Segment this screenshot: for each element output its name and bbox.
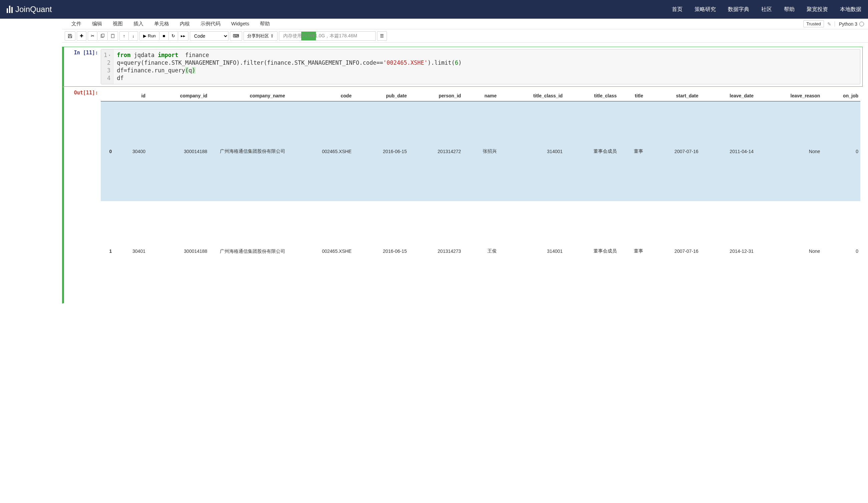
table-header-row: id company_id company_name code pub_date…	[101, 90, 860, 101]
nav-datadict[interactable]: 数据字典	[728, 6, 749, 13]
code-text[interactable]: from jqdata import finance q=query(finan…	[113, 49, 465, 84]
fast-forward-icon[interactable]: ▸▸	[178, 31, 188, 41]
line-gutter: 1▾ 2 3 4	[101, 49, 113, 84]
share-icon: ⇪	[270, 33, 274, 38]
notebook: 文件 编辑 视图 插入 单元格 内核 示例代码 Widgets 帮助 Trust…	[0, 19, 868, 308]
menu-widgets[interactable]: Widgets	[226, 19, 255, 28]
toolbar: ✚ ✂ ↑ ↓ ▶Run ■ ↻ ▸▸ Code ⌨ 分享到社区⇪ 内存使用 2…	[62, 29, 868, 43]
kernel-indicator[interactable]: Python 3	[835, 21, 864, 27]
brand-text: JoinQuant	[16, 5, 52, 14]
code-editor[interactable]: 1▾ 2 3 4 from jqdata import finance q=qu…	[101, 49, 860, 84]
fold-icon[interactable]: ▾	[108, 53, 111, 58]
code-cell[interactable]: In [11]: 1▾ 2 3 4 from jqdata import fin…	[62, 47, 863, 87]
dataframe-table: id company_id company_name code pub_date…	[101, 90, 860, 301]
svg-rect-2	[111, 34, 114, 38]
run-label: Run	[148, 33, 156, 38]
restart-icon[interactable]: ↻	[169, 31, 178, 41]
nav-localdata[interactable]: 本地数据	[840, 6, 861, 13]
app-header: JoinQuant 首页 策略研究 数据字典 社区 帮助 聚宽投资 本地数据	[0, 0, 868, 19]
copy-icon[interactable]	[97, 31, 108, 41]
menu-insert[interactable]: 插入	[128, 19, 149, 28]
cell-type-select[interactable]: Code	[190, 31, 228, 41]
nav-home[interactable]: 首页	[672, 6, 683, 13]
nav-help[interactable]: 帮助	[784, 6, 795, 13]
nav-invest[interactable]: 聚宽投资	[807, 6, 828, 13]
top-nav: 首页 策略研究 数据字典 社区 帮助 聚宽投资 本地数据	[672, 6, 861, 13]
share-button[interactable]: 分享到社区⇪	[244, 31, 278, 41]
notebook-content: In [11]: 1▾ 2 3 4 from jqdata import fin…	[0, 43, 868, 308]
logo[interactable]: JoinQuant	[7, 5, 52, 14]
pencil-icon[interactable]: ✎	[827, 21, 831, 27]
run-button[interactable]: ▶Run	[140, 31, 159, 41]
mem-value: 212M/1.0G，本篇178.46M	[302, 33, 357, 39]
kernel-idle-icon	[859, 22, 864, 26]
kernel-name: Python 3	[839, 21, 857, 27]
output-cell: Out[11]: id company_id company_name code…	[62, 87, 863, 304]
bars-icon	[7, 6, 13, 13]
nav-community[interactable]: 社区	[761, 6, 772, 13]
memory-usage: 内存使用 212M/1.0G，本篇178.46M	[279, 31, 376, 41]
in-prompt: In [11]:	[64, 50, 98, 56]
table-row: 1 30401 300014188 广州海格通信集团股份有限公司 002465.…	[101, 201, 860, 301]
stop-icon[interactable]: ■	[159, 31, 169, 41]
move-up-icon[interactable]: ↑	[120, 31, 129, 41]
play-icon: ▶	[143, 33, 146, 38]
menubar: 文件 编辑 视图 插入 单元格 内核 示例代码 Widgets 帮助 Trust…	[62, 19, 868, 29]
menu-help[interactable]: 帮助	[255, 19, 275, 28]
command-palette-icon[interactable]: ☰	[377, 31, 387, 41]
menu-edit[interactable]: 编辑	[87, 19, 107, 28]
nav-research[interactable]: 策略研究	[694, 6, 716, 13]
mem-label: 内存使用	[282, 33, 302, 39]
table-row: 0 30400 300014188 广州海格通信集团股份有限公司 002465.…	[101, 101, 860, 201]
keyboard-icon[interactable]: ⌨	[230, 31, 242, 41]
menu-kernel[interactable]: 内核	[175, 19, 195, 28]
share-label: 分享到社区	[247, 33, 269, 39]
paste-icon[interactable]	[108, 31, 118, 41]
svg-rect-1	[102, 34, 104, 37]
menu-cell[interactable]: 单元格	[149, 19, 175, 28]
trusted-badge[interactable]: Trusted	[803, 20, 824, 27]
menu-file[interactable]: 文件	[66, 19, 87, 28]
save-icon[interactable]	[65, 31, 75, 41]
add-cell-icon[interactable]: ✚	[77, 31, 86, 41]
out-prompt: Out[11]:	[64, 90, 98, 96]
cut-icon[interactable]: ✂	[88, 31, 97, 41]
menu-view[interactable]: 视图	[107, 19, 128, 28]
svg-rect-3	[112, 34, 113, 34]
move-down-icon[interactable]: ↓	[129, 31, 138, 41]
menu-examples[interactable]: 示例代码	[195, 19, 226, 28]
